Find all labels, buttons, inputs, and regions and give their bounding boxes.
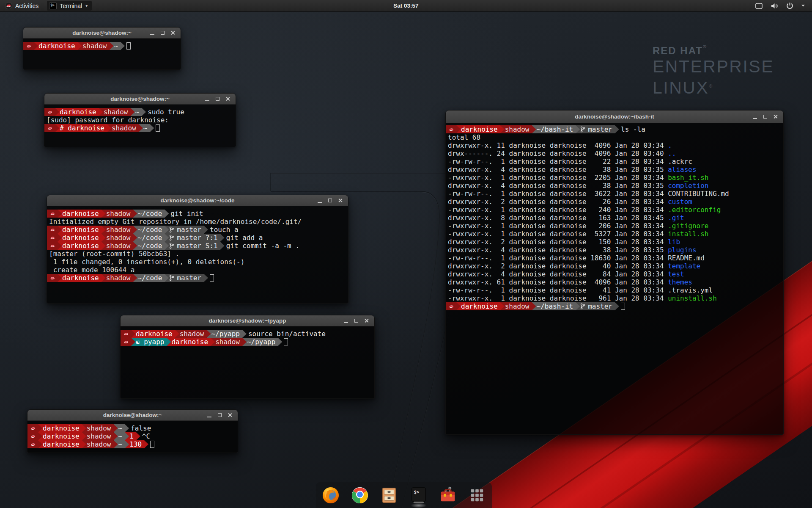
minimize-button[interactable] [341, 317, 351, 325]
app-menu-label: Terminal [60, 3, 82, 9]
minimize-button[interactable] [202, 95, 212, 103]
prompt-segment-user: darknoise [167, 338, 215, 346]
prompt-segment-host: shadow [99, 108, 135, 116]
prompt-segment-path: ~/code [133, 226, 169, 234]
prompt-segment-host: shadow [102, 242, 137, 250]
top-bar: Activities $> Terminal ▾ Sat 03:57 [0, 0, 812, 11]
titlebar[interactable]: darknoise@shadow:~/code [47, 195, 348, 206]
maximize-button[interactable] [325, 196, 335, 205]
prompt-line: darknoiseshadow~/codemaster S:1git commi… [47, 242, 348, 250]
prompt-segment-user: darknoise [38, 424, 86, 432]
output-line: -rwxrwxr-x. 1 darknoise darknoise 206 Ja… [446, 222, 783, 230]
prompt-line: darknoiseshadow~sudo true [44, 108, 236, 116]
minimize-button[interactable] [315, 196, 325, 205]
output-line: drwxrwxr-x. 4 darknoise darknoise 38 Jan… [446, 166, 783, 174]
volume-icon[interactable] [771, 3, 779, 9]
redhat-fedora-icon [26, 44, 32, 49]
output-line: -rwxrwxr-x. 1 darknoise darknoise 5327 J… [446, 230, 783, 238]
titlebar[interactable]: darknoise@shadow:~ [23, 28, 181, 39]
close-button[interactable] [361, 317, 371, 325]
terminal-screen[interactable]: darknoiseshadow~falsedarknoiseshadow~1^C… [27, 421, 238, 453]
maximize-button[interactable] [212, 95, 222, 103]
power-icon[interactable] [786, 2, 793, 9]
prompt-segment-user: darknoise [58, 226, 106, 234]
terminal-screen[interactable]: darknoiseshadow~sudo true[sudo] password… [44, 105, 236, 147]
output-line: drwx------. 24 darknoise darknoise 4096 … [446, 149, 783, 157]
prompt-line: darknoiseshadow~/codemastertouch a [47, 226, 348, 234]
output-line: -rw-rw-r--. 1 darknoise darknoise 18630 … [446, 254, 783, 262]
prompt-segment-git: master [165, 274, 208, 282]
display-icon[interactable] [755, 3, 763, 9]
dock-item-files[interactable] [380, 486, 398, 504]
dock-item-toolbox[interactable] [439, 486, 457, 504]
window-controls [204, 411, 238, 420]
minimize-button[interactable] [204, 411, 214, 420]
redhat-fedora-icon [30, 442, 36, 447]
output-line: -rw-rw-r--. 1 darknoise darknoise 41 Jan… [446, 286, 783, 294]
redhat-fedora-icon [49, 211, 56, 216]
system-menu-caret-icon[interactable] [801, 4, 805, 7]
minimize-button[interactable] [750, 113, 760, 121]
titlebar[interactable]: darknoise@shadow:~/pyapp [121, 315, 374, 326]
prompt-line: darknoiseshadow~false [27, 424, 238, 432]
command-text: source bin/activate [248, 330, 326, 338]
titlebar[interactable]: darknoise@shadow:~/bash-it [446, 110, 783, 123]
close-button[interactable] [225, 411, 235, 420]
dock-item-firefox[interactable] [322, 486, 340, 504]
app-grid-icon [468, 486, 486, 504]
svg-text:$>: $> [414, 489, 419, 494]
terminal-screen[interactable]: darknoiseshadow~/bash-itmasterls -latota… [446, 123, 783, 434]
prompt-segment-git: master [165, 226, 208, 234]
command-text: git add a [226, 234, 263, 242]
maximize-button[interactable] [351, 317, 361, 325]
clock[interactable]: Sat 03:57 [0, 3, 812, 9]
prompt-segment-path: ~/code [133, 234, 169, 242]
titlebar[interactable]: darknoise@shadow:~ [27, 410, 238, 421]
watermark-enterprise: ENTERPRISE [653, 57, 774, 76]
dock-item-terminal[interactable]: $> [410, 486, 428, 504]
dock-item-chrome[interactable] [351, 486, 369, 504]
output-line: drwxrwxr-x. 11 darknoise darknoise 4096 … [446, 141, 783, 149]
terminal-cursor [156, 124, 160, 132]
window-title: darknoise@shadow:~/pyapp [121, 318, 374, 324]
maximize-button[interactable] [157, 29, 167, 37]
prompt-segment-user: darknoise [58, 274, 106, 282]
command-text: touch a [210, 226, 238, 234]
prompt-segment-path: ~/pyapp [207, 330, 247, 338]
close-button[interactable] [222, 95, 233, 103]
terminal-screen[interactable]: darknoiseshadow~ [23, 39, 181, 69]
terminal-window-3: darknoise@shadow:~/pyappdarknoiseshadow~… [120, 315, 375, 399]
redhat-fedora-icon [448, 304, 455, 309]
maximize-button[interactable] [760, 113, 770, 121]
dock: $> [316, 482, 492, 508]
prompt-segment-host: shadow [82, 432, 118, 440]
activities-button[interactable]: Activities [0, 0, 43, 11]
close-button[interactable] [770, 113, 780, 121]
terminal-window-0: darknoise@shadow:~darknoiseshadow~ [23, 27, 181, 70]
dock-item-appgrid[interactable] [468, 486, 486, 504]
git-branch-icon [169, 235, 174, 241]
minimize-button[interactable] [147, 29, 157, 37]
prompt-segment-host: shadow [211, 338, 247, 346]
close-button[interactable] [335, 196, 345, 205]
prompt-segment-host: shadow [78, 42, 114, 50]
terminal-cursor [284, 338, 288, 345]
app-menu-terminal[interactable]: $> Terminal ▾ [47, 1, 92, 11]
terminal-window-4: darknoise@shadow:~darknoiseshadow~falsed… [27, 409, 238, 453]
terminal-screen[interactable]: darknoiseshadow~/codegit initInitialized… [47, 206, 348, 303]
chrome-icon [351, 486, 369, 504]
prompt-segment-host: shadow [102, 226, 137, 234]
titlebar[interactable]: darknoise@shadow:~ [44, 94, 236, 105]
prompt-line: ☯ pyappdarknoiseshadow~/pyapp [121, 338, 374, 346]
terminal-screen[interactable]: darknoiseshadow~/pyappsource bin/activat… [121, 326, 374, 398]
redhat-fedora-icon [49, 235, 56, 240]
terminal-cursor [621, 303, 625, 310]
maximize-button[interactable] [214, 411, 225, 420]
close-button[interactable] [167, 29, 178, 37]
prompt-line: darknoiseshadow~1^C [27, 432, 238, 440]
prompt-line: darknoiseshadow~ [23, 42, 181, 50]
command-text: git init [170, 210, 203, 218]
prompt-segment-user: darknoise [456, 125, 505, 133]
prompt-segment-git: master [576, 125, 619, 133]
output-line: -rw-rw-r--. 1 darknoise darknoise 22 Jan… [446, 157, 783, 166]
